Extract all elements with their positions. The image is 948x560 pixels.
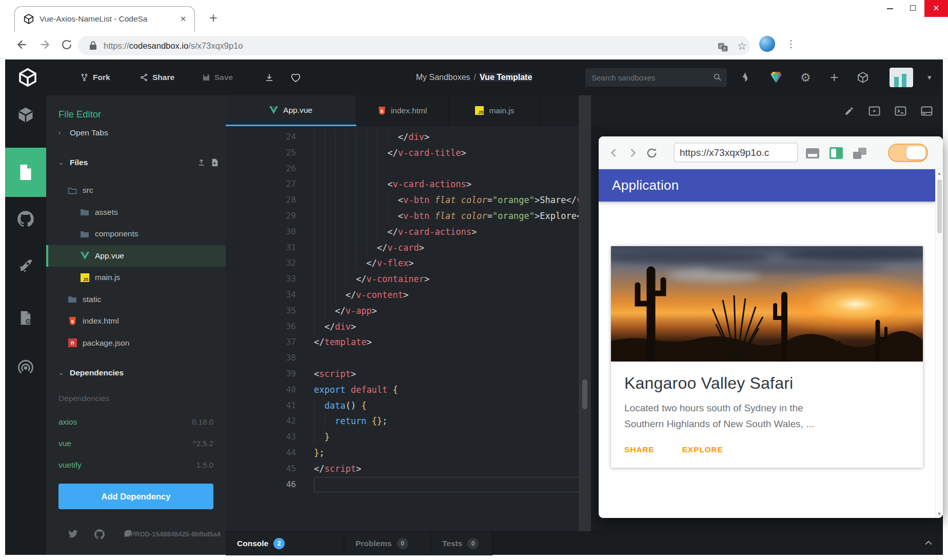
code-line[interactable]: 28<v-btn flat color="orange">Share</v-bt… [226, 192, 584, 208]
window-maximize-button[interactable] [901, 0, 924, 17]
code-line[interactable]: 42return {}; [226, 413, 584, 429]
window-minimize-button[interactable] [878, 0, 901, 17]
panel-title[interactable]: File Editor [58, 109, 101, 120]
code-line[interactable]: 41data() { [226, 398, 584, 414]
scroll-down-arrow-icon[interactable]: ▼ [936, 511, 943, 516]
sidebar-item-github[interactable] [5, 209, 46, 229]
fork-button[interactable]: Fork [80, 59, 110, 95]
split-view-icon[interactable] [830, 147, 843, 159]
files-section[interactable]: ⌄ Files [46, 155, 226, 170]
preview-reload-icon[interactable] [646, 147, 658, 159]
breadcrumb[interactable]: My Sandboxes/Vue Template [416, 59, 532, 95]
open-preview-icon[interactable] [868, 106, 880, 116]
resizer-handle[interactable] [582, 379, 587, 409]
github-icon[interactable] [93, 528, 106, 541]
dependency-row-axios[interactable]: axios0.18.0 [46, 411, 226, 433]
split-resizer[interactable] [579, 95, 591, 531]
code-line[interactable]: 27<v-card-actions> [226, 176, 584, 192]
dashboard-cube-icon[interactable] [857, 59, 869, 95]
share-card-button[interactable]: SHARE [619, 441, 659, 458]
user-menu-caret-icon[interactable]: ▾ [927, 59, 932, 95]
file-tree-item-static[interactable]: static [46, 289, 226, 311]
code-line[interactable]: 43} [226, 429, 584, 445]
user-avatar[interactable] [890, 68, 913, 87]
dependency-name[interactable]: vuetify [58, 454, 82, 476]
dependency-row-vue[interactable]: vue^2.5.2 [46, 433, 226, 454]
sidebar-item-project-info[interactable] [5, 106, 46, 124]
forward-icon[interactable] [38, 38, 52, 52]
browser-menu-icon[interactable]: ⋮ [786, 36, 796, 52]
devtools-tab-console[interactable]: Console2 [226, 532, 344, 555]
file-tree-item-components[interactable]: components [46, 223, 226, 245]
preview-back-icon[interactable] [608, 146, 620, 159]
expand-console-chevron-icon[interactable] [923, 538, 934, 548]
preview-forward-icon[interactable] [626, 146, 639, 159]
code-line[interactable]: 39<script> [226, 366, 584, 382]
add-dependency-button[interactable]: Add Dependency [58, 484, 213, 509]
preview-url-field[interactable] [674, 143, 798, 163]
preview-scrollbar[interactable]: ▲ ▼ [935, 169, 943, 518]
editor-tab-main.js[interactable]: JSmain.js [449, 95, 541, 126]
profile-avatar-icon[interactable] [759, 36, 775, 52]
new-sandbox-plus-icon[interactable]: + [830, 59, 838, 95]
code-line[interactable]: 40export default { [226, 382, 584, 398]
editor-tab-index.html[interactable]: 5index.html [357, 95, 449, 126]
patron-gem-icon[interactable] [769, 59, 783, 95]
code-line[interactable]: 45</script> [226, 461, 584, 477]
code-line[interactable]: 34</v-content> [226, 287, 584, 303]
file-tree-item-main.js[interactable]: JSmain.js [46, 267, 226, 289]
devtools-tab-tests[interactable]: Tests0 [431, 532, 492, 555]
dependency-name[interactable]: axios [58, 411, 77, 433]
translate-icon[interactable]: A文 [717, 42, 728, 53]
code-line[interactable]: 30</v-card-actions> [226, 224, 584, 240]
prettify-pencil-icon[interactable] [844, 106, 854, 116]
file-tree-item-assets[interactable]: assets [46, 202, 226, 224]
code-line[interactable]: 38 [226, 350, 584, 366]
url-bar[interactable]: https://codesandbox.io/s/x73xqx9p1o A文 ☆ [78, 36, 750, 55]
sidebar-item-sandbox-config[interactable]: ⚙ [5, 310, 46, 326]
code-editor[interactable]: 24</div>25</v-card-title>2627<v-card-act… [226, 126, 584, 531]
terminal-icon[interactable] [895, 106, 906, 116]
code-line[interactable]: 37</template> [226, 334, 584, 350]
layout-console-icon[interactable] [921, 106, 933, 116]
breadcrumb-parent[interactable]: My Sandboxes [416, 73, 470, 82]
open-tabs-section[interactable]: › Open Tabs [46, 125, 226, 141]
browser-view-icon[interactable] [806, 148, 819, 158]
code-line[interactable]: 31</v-card> [226, 240, 584, 256]
new-tab-button[interactable]: + [205, 10, 222, 27]
like-heart-icon[interactable] [290, 59, 301, 95]
file-tree-item-App.vue[interactable]: App.vue [46, 245, 226, 267]
file-tree-item-package.json[interactable]: npackage.json [46, 332, 226, 354]
editor-tab-App.vue[interactable]: App.vue [226, 95, 357, 126]
file-tree-item-index.html[interactable]: 5index.html [46, 310, 226, 332]
code-line[interactable]: 26 [226, 161, 584, 177]
codesandbox-logo[interactable] [17, 67, 38, 88]
devtools-tab-problems[interactable]: Problems0 [344, 532, 431, 555]
settings-gear-icon[interactable]: ⚙ [800, 59, 811, 95]
live-preview-toggle[interactable] [888, 144, 928, 162]
preview-url-input[interactable] [674, 143, 798, 163]
search-box[interactable] [585, 68, 727, 87]
sidebar-item-file-editor[interactable] [5, 148, 46, 197]
sidebar-item-live[interactable] [5, 358, 46, 376]
dependency-row-vuetify[interactable]: vuetify1.5.0 [46, 454, 226, 476]
code-line[interactable]: 32</v-flex> [226, 255, 584, 271]
file-tree-item-src[interactable]: src [46, 179, 226, 202]
code-line[interactable]: 29<v-btn flat color="orange">Explore</v-… [226, 208, 584, 224]
window-close-button[interactable]: ✕ [924, 0, 948, 17]
code-line[interactable]: 46 [226, 477, 584, 493]
back-icon[interactable] [15, 38, 30, 52]
code-line[interactable]: 24</div> [226, 129, 584, 145]
scroll-up-arrow-icon[interactable]: ▲ [936, 171, 943, 176]
sidebar-item-deployment-rocket[interactable] [5, 257, 46, 275]
upload-file-icon[interactable] [198, 158, 205, 167]
code-line[interactable]: 36</div> [226, 319, 584, 335]
bookmark-star-icon[interactable]: ☆ [737, 40, 747, 52]
new-file-icon[interactable] [211, 158, 219, 167]
reload-icon[interactable] [61, 38, 75, 53]
dependencies-section[interactable]: ⌄ Dependencies [46, 365, 226, 381]
code-line[interactable]: 44}; [226, 445, 584, 461]
download-icon[interactable] [265, 59, 274, 95]
hot-sandboxes-flame-icon[interactable] [740, 59, 749, 95]
search-input[interactable] [591, 68, 704, 87]
